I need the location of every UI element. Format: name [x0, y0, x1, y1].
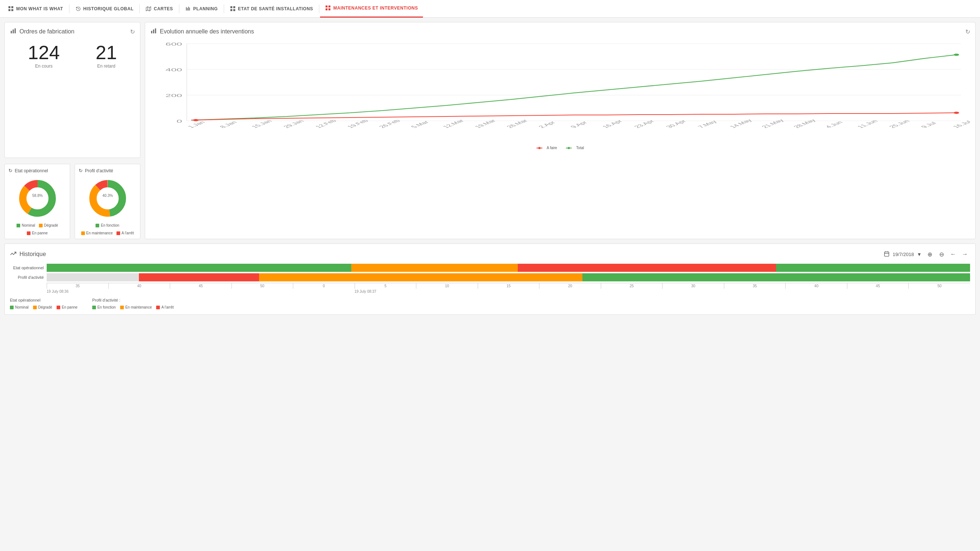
- tick-50: 50: [232, 283, 293, 289]
- nav-divider: [69, 5, 70, 13]
- svg-text:16.Apr: 16.Apr: [601, 119, 624, 129]
- maintenances-icon: [325, 5, 331, 11]
- etat-header: ↻ Etat opérationnel: [8, 168, 66, 173]
- profil-maintenance-text: En maintenance: [125, 305, 152, 309]
- svg-rect-32: [151, 31, 152, 33]
- etat-donut-chart: 58.8%: [16, 176, 59, 221]
- evolution-title: Evolution annuelle des interventions: [150, 27, 254, 36]
- ordres-en-cours-value: 124: [28, 43, 60, 62]
- etat-degrade-text: Dégradé: [38, 305, 52, 309]
- evolution-legend: A faire Total: [150, 146, 970, 150]
- etat-bar-container: [47, 264, 970, 272]
- total-label: Total: [576, 146, 584, 150]
- nav-item-historique-global[interactable]: HISTORIQUE GLOBAL: [70, 0, 139, 17]
- svg-rect-9: [188, 6, 189, 11]
- nav-item-etat-sante[interactable]: ETAT DE SANTÉ INSTALLATIONS: [225, 0, 318, 17]
- nav-divider: [179, 5, 179, 13]
- etat-legend: Nominal Dégradé En panne: [8, 223, 66, 235]
- profil-arret-text: A l'arrêt: [161, 305, 174, 309]
- evolution-refresh-button[interactable]: ↻: [965, 28, 970, 35]
- historique-title-text: Historique: [19, 251, 46, 257]
- nav-item-planning[interactable]: PLANNING: [180, 0, 223, 17]
- nav-item-cartes[interactable]: CARTES: [140, 0, 178, 17]
- next-button[interactable]: →: [960, 249, 970, 259]
- historique-dropdown-icon[interactable]: ▼: [917, 252, 921, 257]
- ordres-refresh-button[interactable]: ↻: [130, 28, 135, 35]
- svg-rect-11: [231, 6, 232, 8]
- etat-legend-title: Etat opérationnel: [10, 298, 78, 302]
- svg-point-73: [538, 147, 541, 149]
- ordres-header: Ordres de fabrication ↻: [10, 27, 135, 36]
- etat-panne-dot: [57, 306, 60, 309]
- timeline-rows: Etat opérationnel: [10, 264, 970, 281]
- svg-text:11.Jun: 11.Jun: [856, 119, 880, 129]
- svg-rect-12: [233, 6, 235, 8]
- tick-45b: 45: [847, 283, 909, 289]
- svg-text:25.Jun: 25.Jun: [888, 119, 911, 129]
- historique-legend: Etat opérationnel Nominal Dégradé En pan…: [10, 298, 970, 309]
- profil-bar-arret: [139, 273, 259, 281]
- nav-item-mon-what-is-what[interactable]: MON WHAT IS WHAT: [3, 0, 68, 17]
- svg-rect-3: [11, 9, 13, 11]
- svg-text:0: 0: [177, 119, 182, 124]
- svg-rect-18: [328, 8, 330, 10]
- etat-panne-text: En panne: [62, 305, 78, 309]
- timeline-row-etat: Etat opérationnel: [10, 264, 970, 272]
- tick-35b: 35: [724, 283, 786, 289]
- en-fonction-label: En fonction: [101, 223, 119, 227]
- top-row: Ordres de fabrication ↻ 124 En cours 21 …: [5, 22, 975, 239]
- legend-nominal: Nominal: [16, 223, 35, 227]
- tick-35: 35: [47, 283, 108, 289]
- etat-bar-nominal2: [776, 264, 970, 272]
- ordres-en-cours: 124 En cours: [28, 43, 60, 69]
- svg-rect-33: [153, 29, 154, 33]
- nav-item-maintenances[interactable]: MAINTENANCES ET INTERVENTIONS: [320, 0, 423, 17]
- axis-date-left: 19 July 08:36: [47, 289, 355, 294]
- svg-rect-34: [155, 28, 156, 33]
- ordres-numbers: 124 En cours 21 En retard: [10, 40, 135, 70]
- tick-45: 45: [170, 283, 232, 289]
- historique-date-group: 19/7/2018 ▼ ⊕ ⊖ ← →: [884, 249, 970, 259]
- svg-text:400: 400: [165, 68, 182, 72]
- historique-controls: ⊕ ⊖ ← →: [924, 249, 970, 259]
- svg-point-30: [97, 188, 118, 209]
- navbar: MON WHAT IS WHATHISTORIQUE GLOBALCARTESP…: [0, 0, 980, 17]
- profil-bar-row: [47, 273, 970, 281]
- svg-text:40.3%: 40.3%: [102, 194, 113, 198]
- svg-rect-15: [326, 5, 328, 7]
- profil-bar-fonction: [582, 273, 970, 281]
- ordres-card: Ordres de fabrication ↻ 124 En cours 21 …: [5, 22, 140, 158]
- svg-rect-2: [8, 9, 10, 11]
- svg-text:9.Jul: 9.Jul: [920, 121, 938, 129]
- zoom-out-button[interactable]: ⊖: [936, 249, 947, 259]
- profil-legend-title: Profil d'activité :: [92, 298, 174, 302]
- prev-button[interactable]: ←: [948, 249, 958, 259]
- tick-30: 30: [662, 283, 724, 289]
- zoom-in-button[interactable]: ⊕: [924, 249, 935, 259]
- en-maintenance-label: En maintenance: [86, 231, 113, 235]
- svg-rect-20: [13, 29, 14, 33]
- panne-dot: [27, 232, 30, 235]
- svg-marker-4: [146, 6, 151, 11]
- profil-arret-dot: [156, 306, 160, 309]
- nominal-dot: [16, 224, 20, 227]
- main-content: Ordres de fabrication ↻ 124 En cours 21 …: [0, 17, 980, 551]
- svg-point-25: [27, 188, 48, 209]
- historique-card: Historique 19/7/2018 ▼ ⊕ ⊖ ← →: [5, 243, 975, 315]
- profil-legend: En fonction En maintenance A l'arrêt: [79, 223, 136, 235]
- profil-refresh-icon[interactable]: ↻: [79, 168, 83, 173]
- tick-40: 40: [108, 283, 170, 289]
- evolution-chart: 0 200 400 600 1.Jan 8.Jan 15.Jan 29.Jan …: [150, 40, 970, 143]
- legend-en-maintenance: En maintenance: [81, 231, 113, 235]
- ordres-en-retard-value: 21: [95, 43, 117, 62]
- tick-5: 5: [355, 283, 416, 289]
- profil-fonction-text: En fonction: [97, 305, 116, 309]
- axis-dates-row: 19 July 08:36 19 July 08:37: [47, 289, 970, 294]
- etat-refresh-icon[interactable]: ↻: [8, 168, 13, 173]
- tick-15: 15: [478, 283, 539, 289]
- svg-text:12.Mar: 12.Mar: [441, 119, 466, 129]
- svg-rect-17: [326, 8, 328, 10]
- axis-date-right: 19 July 08:37: [355, 289, 662, 294]
- degrade-dot: [39, 224, 43, 227]
- evolution-card: Evolution annuelle des interventions ↻ 0…: [145, 22, 975, 239]
